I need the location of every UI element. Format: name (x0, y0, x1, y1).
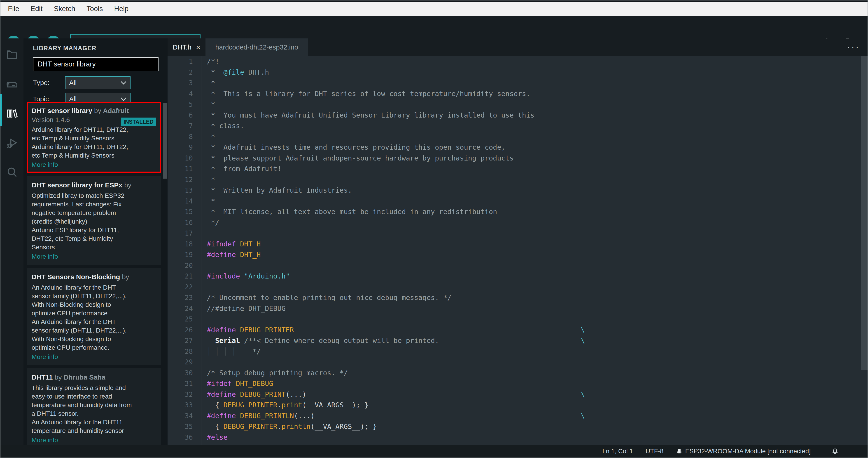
menu-item-file[interactable]: File (2, 5, 25, 13)
search-icon (5, 166, 19, 179)
more-info-link[interactable]: More info (32, 353, 58, 361)
books-icon (5, 107, 19, 120)
sidebar-item-boards-manager[interactable] (0, 75, 24, 94)
menu-bar: FileEditSketchToolsHelp (0, 2, 868, 16)
code-line: 12 * (167, 174, 868, 185)
window-title-strip (0, 0, 868, 2)
line-number: 20 (167, 260, 201, 271)
line-number: 19 (167, 249, 201, 260)
library-manager-panel: LIBRARY MANAGER Type: All Topic: All DHT… (24, 38, 167, 445)
line-number: 1 (167, 56, 201, 67)
library-entry-title: DHT sensor library by Adafruit (32, 106, 156, 115)
code-line: 2 * @file DHT.h (167, 67, 868, 78)
code-line: 31#ifdef DHT_DEBUG (167, 378, 868, 389)
line-number: 18 (167, 239, 201, 250)
code-line: 37#define DEBUG_PRINT(...)\ (167, 442, 868, 445)
library-entry-description: Optimized libray to match ESP32requireme… (32, 192, 156, 252)
more-info-link[interactable]: More info (32, 436, 58, 444)
chip-icon (676, 448, 682, 454)
library-entry-title: DHT sensor library for ESPx bybeegee_tok… (32, 181, 156, 190)
menu-item-sketch[interactable]: Sketch (48, 5, 81, 13)
line-number: 37 (167, 442, 201, 445)
code-line: 28│ │ │ │ */ (167, 346, 868, 357)
line-number: 24 (167, 303, 201, 314)
code-line: 19#define DHT_H (167, 249, 868, 260)
tab-label: DHT.h (173, 44, 191, 51)
code-line: 34#define DEBUG_PRINTLN(...)\ (167, 410, 868, 421)
code-line: 35 { DEBUG_PRINTER.println(__VA_ARGS__);… (167, 421, 868, 432)
code-line: 8 * (167, 131, 868, 142)
library-search-input[interactable] (33, 57, 158, 71)
library-entry[interactable]: DHT sensor library for ESPx bybeegee_tok… (27, 176, 161, 265)
line-number: 7 (167, 120, 201, 131)
editor-tab-bar: DHT.h×hardcoded-dht22-esp32.ino (167, 38, 868, 56)
editor-tab-DHT.h[interactable]: DHT.h× (167, 38, 206, 56)
more-info-link[interactable]: More info (32, 161, 58, 168)
more-info-link[interactable]: More info (32, 253, 58, 260)
line-number: 33 (167, 400, 201, 410)
sidebar-item-sketchbook[interactable] (0, 45, 24, 64)
line-number: 14 (167, 196, 201, 207)
type-filter-select[interactable]: All (65, 77, 130, 89)
code-line: 15 * MIT license, all text above must be… (167, 206, 868, 217)
line-number: 8 (167, 131, 201, 142)
line-number: 35 (167, 421, 201, 432)
menu-item-tools[interactable]: Tools (81, 5, 108, 13)
line-number: 29 (167, 357, 201, 368)
library-panel-scrollbar[interactable] (163, 103, 167, 179)
line-number: 25 (167, 314, 201, 325)
library-entry-description: Arduino library for DHT11, DHT22,etc Tem… (32, 125, 156, 160)
status-bar: Ln 1, Col 1 UTF-8 ESP32-WROOM-DA Module … (0, 445, 868, 458)
editor-scrollbar[interactable] (861, 56, 868, 370)
line-number: 32 (167, 389, 201, 400)
line-number: 22 (167, 282, 201, 292)
line-number: 11 (167, 164, 201, 174)
line-number: 17 (167, 228, 201, 239)
folder-icon (5, 48, 19, 61)
chevron-down-icon (121, 81, 126, 85)
close-icon[interactable]: × (196, 43, 200, 52)
panel-title: LIBRARY MANAGER (33, 45, 167, 52)
notifications-bell-icon[interactable] (831, 448, 841, 455)
line-number: 13 (167, 185, 201, 196)
line-number: 6 (167, 110, 201, 121)
library-entry-title: DHT11 by Dhruba Saha (32, 373, 156, 382)
encoding-indicator[interactable]: UTF-8 (646, 448, 663, 455)
library-entry[interactable]: DHT11 by Dhruba SahaThis library provide… (27, 368, 161, 445)
cursor-position[interactable]: Ln 1, Col 1 (602, 448, 633, 455)
code-line: 3 * (167, 78, 868, 88)
menu-item-help[interactable]: Help (108, 5, 134, 13)
code-editor[interactable]: 1/*!2 * @file DHT.h3 *4 * This is a libr… (167, 56, 868, 445)
code-line: 26#define DEBUG_PRINTER\ (167, 325, 868, 336)
debug-icon (5, 137, 19, 150)
code-line: 9 * Adafruit invests time and resources … (167, 142, 868, 153)
more-actions-icon[interactable]: ··· (847, 41, 860, 53)
code-line: 30/* Setup debug printing macros. */ (167, 368, 868, 378)
installed-badge: INSTALLED (121, 118, 156, 126)
code-line: 22 (167, 282, 868, 292)
code-line: 18#ifndef DHT_H (167, 239, 868, 250)
sidebar-item-search[interactable] (0, 163, 24, 182)
editor-area[interactable]: DHT.h×hardcoded-dht22-esp32.ino ··· 1/*!… (167, 38, 868, 445)
code-line: 29 (167, 357, 868, 368)
code-line: 7 * class. (167, 120, 868, 131)
code-line: 4 * This is a library for DHT series of … (167, 88, 868, 99)
code-line: 11 * from Adafruit! (167, 164, 868, 174)
line-number: 21 (167, 271, 201, 282)
library-entry-description: This library provides a simple andeasy-t… (32, 383, 156, 435)
line-number: 9 (167, 142, 201, 153)
line-number: 34 (167, 410, 201, 421)
sidebar-item-debugger[interactable] (0, 134, 24, 153)
library-entry-description: An Arduino library for the DHTsensor fam… (32, 283, 156, 352)
library-entry[interactable]: DHT sensor library by AdafruitVersion 1.… (27, 102, 161, 173)
library-entry-title: DHT Sensors Non-Blocking byToan Nguyen (32, 273, 156, 282)
sidebar-item-library-manager[interactable] (0, 104, 24, 123)
library-entry[interactable]: DHT Sensors Non-Blocking byToan NguyenAn… (27, 268, 161, 365)
editor-tab-hardcoded-dht22-esp32.ino[interactable]: hardcoded-dht22-esp32.ino (206, 38, 308, 56)
code-line: 36#else (167, 432, 868, 443)
board-status[interactable]: ESP32-WROOM-DA Module [not connected] (676, 448, 811, 455)
code-line: 17 (167, 228, 868, 239)
code-line: 20 (167, 260, 868, 271)
code-line: 5 * (167, 99, 868, 110)
menu-item-edit[interactable]: Edit (25, 5, 48, 13)
